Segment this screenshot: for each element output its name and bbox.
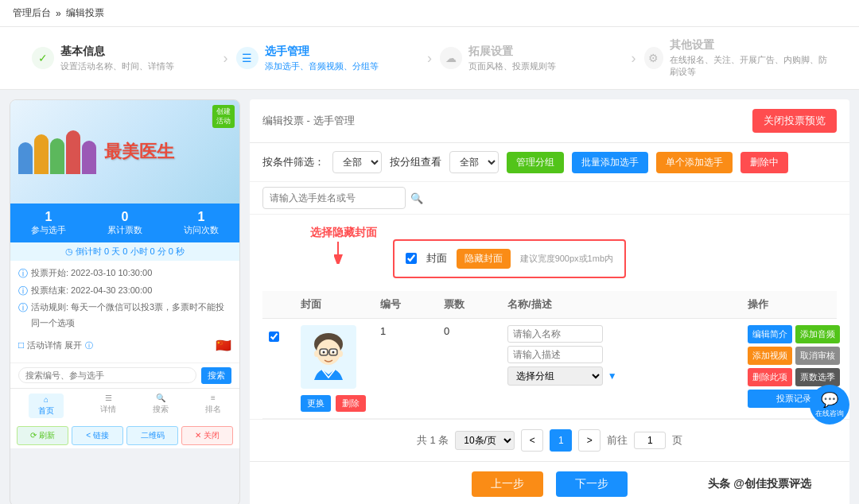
row-name-cell: 选择分组 ▼	[501, 325, 741, 386]
step-player-manage-sub: 添加选手、音频视频、分组等	[265, 60, 379, 72]
phone-btn-qrcode[interactable]: 二维码	[126, 426, 178, 445]
info-circle-icon-2: ⓘ	[18, 283, 28, 300]
next-page-button[interactable]: >	[578, 429, 601, 452]
filter-select[interactable]: 全部	[332, 151, 382, 173]
step-expand-settings[interactable]: ☁ 拓展设置 页面风格、投票规则等	[440, 45, 624, 72]
step-other-settings-icon: ⚙	[644, 47, 663, 69]
delete-avatar-button[interactable]: 删除	[336, 395, 366, 412]
step-expand-settings-sub: 页面风格、投票规则等	[468, 60, 556, 72]
phone-activity-btn[interactable]: 创建活动	[212, 105, 235, 128]
activity-detail-icon: □	[18, 337, 24, 355]
hide-cover-button[interactable]: 隐藏封面	[457, 249, 511, 269]
phone-search-bar: 搜索	[10, 362, 239, 388]
row-checkbox[interactable]	[269, 331, 279, 342]
col-check	[262, 297, 294, 312]
col-number: 编号	[374, 297, 437, 312]
group-view-select[interactable]: 全部	[449, 151, 499, 173]
goto-label-post: 页	[672, 433, 682, 448]
cover-section-container: 选择隐藏封面 封面 隐藏封面 建议宽度900px或1m	[250, 215, 849, 291]
delete-item-button[interactable]: 删除此项	[748, 368, 792, 386]
rank-icon: ≡	[211, 394, 216, 402]
col-votes: 票数	[437, 297, 501, 312]
activity-detail-text: 活动详情 展开	[27, 338, 82, 354]
replace-button[interactable]: 更换	[301, 395, 331, 412]
consult-icon: 💬	[821, 391, 838, 409]
detail-icon: ☰	[105, 394, 112, 402]
search-input[interactable]	[262, 187, 406, 209]
edit-intro-button[interactable]: 编辑简介	[748, 325, 792, 343]
step-player-manage-text: 选手管理 添加选手、音频视频、分组等	[265, 45, 379, 72]
contestant-number: 1	[380, 325, 386, 337]
cover-label: 封面	[426, 251, 447, 266]
goto-page-input[interactable]	[634, 432, 666, 449]
step-other-settings-sub: 在线报名、关注、开展广告、内购脚、防刷设等	[670, 54, 827, 78]
step-basic-info-title: 基本信息	[60, 45, 174, 59]
phone-info-rules: ⓘ 活动规则: 每天一个微信可以投3票，多票时不能投同一个选项	[18, 300, 231, 331]
cover-hint: 建议宽度900px或1mb内	[520, 253, 613, 265]
group-view-label: 按分组查看	[390, 155, 441, 169]
phone-banner: 最美医生 🇨🇳 创建活动	[10, 100, 239, 204]
col-actions: 操作	[741, 297, 837, 312]
svg-point-9	[332, 351, 335, 353]
phone-btn-link[interactable]: < 链接	[72, 426, 123, 445]
vote-season-button[interactable]: 票数选季	[795, 368, 840, 386]
prev-page-button[interactable]: <	[521, 429, 543, 452]
search-icon: 🔍	[156, 394, 165, 402]
content-area: 编辑投票 - 选手管理 关闭投票预览 按条件筛选： 全部 按分组查看 全部 管理…	[250, 99, 849, 504]
phone-nav-rank[interactable]: ≡ 排名	[205, 394, 221, 418]
phone-stats: 1 参与选手 0 累计票数 1 访问次数	[10, 204, 239, 242]
phone-btn-refresh[interactable]: ⟳ 刷新	[17, 426, 68, 445]
step-other-settings[interactable]: ⚙ 其他设置 在线报名、关注、开展广告、内购脚、防刷设等	[644, 38, 828, 78]
step-expand-settings-title: 拓展设置	[468, 45, 556, 59]
deleting-button[interactable]: 删除中	[740, 152, 788, 173]
next-step-button[interactable]: 下一步	[556, 471, 628, 497]
filter-label: 按条件筛选：	[262, 155, 325, 169]
phone-stat-votes-val: 0	[107, 210, 142, 224]
step-arrow-3: ›	[632, 50, 636, 67]
watermark: 头条 @创佳投票评选	[708, 477, 811, 491]
step-player-manage-icon: ☰	[236, 47, 258, 69]
row-votes-cell: 0	[437, 325, 501, 337]
manage-group-button[interactable]: 管理分组	[507, 152, 564, 173]
page-size-select[interactable]: 10条/页 20条/页 50条/页	[455, 431, 515, 450]
avatar-action-row: 更换 删除	[301, 392, 367, 412]
chevron-down-icon: ▼	[608, 370, 617, 382]
info-circle-icon-3: ⓘ	[18, 300, 28, 317]
info-help-icon: ⓘ	[85, 339, 93, 353]
prev-step-button[interactable]: 上一步	[472, 471, 543, 497]
step-basic-info[interactable]: ✓ 基本信息 设置活动名称、时间、详情等	[32, 45, 216, 72]
phone-nav: ⌂ 首页 ☰ 详情 🔍 搜索 ≡ 排名	[10, 388, 239, 423]
close-preview-button[interactable]: 关闭投票预览	[752, 109, 837, 133]
phone-search-button[interactable]: 搜索	[201, 367, 231, 384]
home-icon: ⌂	[44, 395, 49, 404]
step-basic-info-icon: ✓	[32, 47, 54, 69]
cover-section: 封面 隐藏封面 建议宽度900px或1mb内	[393, 239, 626, 278]
add-video-button[interactable]: 添加视频	[748, 347, 792, 365]
phone-nav-search[interactable]: 🔍 搜索	[153, 394, 169, 418]
online-consult-button[interactable]: 💬 在线咨询	[810, 385, 849, 425]
row-check-cell	[262, 325, 294, 344]
phone-stat-participants-val: 1	[31, 210, 66, 224]
step-player-manage[interactable]: ☰ 选手管理 添加选手、音频视频、分组等	[236, 45, 420, 72]
phone-btn-close[interactable]: ✕ 关闭	[181, 426, 233, 445]
single-add-button[interactable]: 单个添加选手	[656, 152, 733, 173]
phone-stat-votes: 0 累计票数	[107, 210, 142, 236]
phone-search-input[interactable]	[18, 367, 196, 383]
col-cover: 封面	[294, 297, 374, 312]
phone-stat-visits: 1 访问次数	[184, 210, 219, 236]
phone-nav-home[interactable]: ⌂ 首页	[29, 394, 64, 418]
cancel-review-button[interactable]: 取消审核	[795, 347, 840, 365]
desc-input[interactable]	[507, 346, 603, 363]
breadcrumb-home[interactable]: 管理后台	[13, 6, 51, 20]
add-audio-button[interactable]: 添加音频	[795, 325, 840, 343]
cover-checkbox[interactable]	[406, 253, 417, 264]
name-input[interactable]	[507, 325, 603, 343]
svg-point-5	[338, 351, 343, 357]
current-page-button[interactable]: 1	[550, 429, 572, 452]
phone-nav-detail[interactable]: ☰ 详情	[100, 394, 116, 418]
phone-preview: 最美医生 🇨🇳 创建活动 1 参与选手 0 累计票数 1 访问次数 ◷ 倒计	[10, 99, 240, 504]
group-select[interactable]: 选择分组	[507, 366, 603, 386]
phone-stat-visits-label: 访问次数	[184, 225, 219, 235]
batch-add-button[interactable]: 批量添加选手	[572, 152, 648, 173]
pagination-area: 共 1 条 10条/页 20条/页 50条/页 < 1 > 前往 页	[250, 419, 849, 461]
